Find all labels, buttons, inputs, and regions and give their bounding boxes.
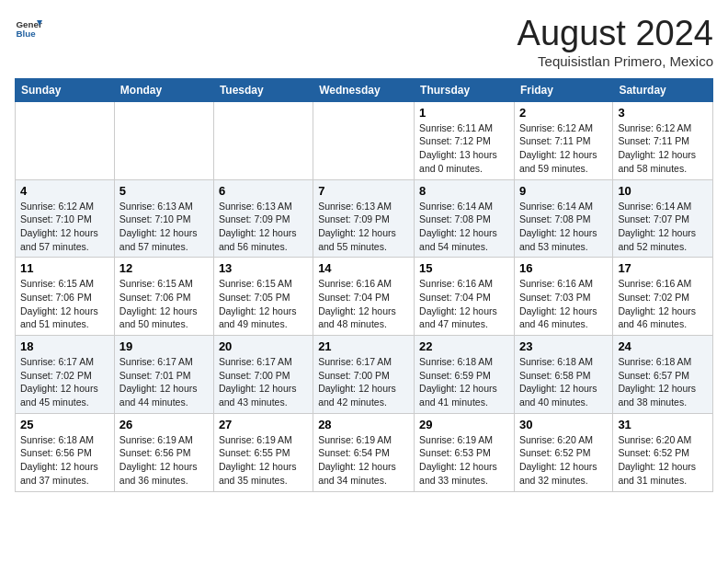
day-number: 13: [219, 261, 308, 275]
calendar-cell: 12Sunrise: 6:15 AM Sunset: 7:06 PM Dayli…: [114, 258, 213, 336]
calendar-cell: 9Sunrise: 6:14 AM Sunset: 7:08 PM Daylig…: [514, 179, 612, 258]
calendar-cell: 21Sunrise: 6:17 AM Sunset: 7:00 PM Dayli…: [313, 336, 415, 414]
day-info: Sunrise: 6:14 AM Sunset: 7:08 PM Dayligh…: [419, 200, 509, 254]
calendar-table: SundayMondayTuesdayWednesdayThursdayFrid…: [15, 78, 713, 492]
day-number: 17: [618, 261, 708, 275]
calendar-cell: 7Sunrise: 6:13 AM Sunset: 7:09 PM Daylig…: [313, 179, 415, 258]
day-number: 15: [419, 261, 509, 275]
calendar-cell: 27Sunrise: 6:19 AM Sunset: 6:55 PM Dayli…: [213, 413, 313, 491]
day-number: 20: [219, 339, 308, 353]
svg-text:Blue: Blue: [17, 29, 37, 39]
day-info: Sunrise: 6:14 AM Sunset: 7:07 PM Dayligh…: [618, 200, 708, 254]
day-info: Sunrise: 6:20 AM Sunset: 6:52 PM Dayligh…: [519, 433, 608, 488]
day-number: 4: [20, 184, 109, 198]
calendar-cell: 14Sunrise: 6:16 AM Sunset: 7:04 PM Dayli…: [313, 258, 415, 336]
calendar-cell: 31Sunrise: 6:20 AM Sunset: 6:52 PM Dayli…: [613, 413, 713, 491]
weekday-header: Thursday: [415, 78, 515, 101]
weekday-header: Wednesday: [313, 78, 415, 101]
day-number: 1: [419, 106, 509, 120]
day-info: Sunrise: 6:11 AM Sunset: 7:12 PM Dayligh…: [419, 121, 509, 176]
calendar-cell: [213, 101, 313, 179]
calendar-cell: 28Sunrise: 6:19 AM Sunset: 6:54 PM Dayli…: [313, 413, 415, 491]
day-info: Sunrise: 6:19 AM Sunset: 6:56 PM Dayligh…: [119, 433, 209, 488]
calendar-cell: 1Sunrise: 6:11 AM Sunset: 7:12 PM Daylig…: [415, 101, 515, 179]
day-info: Sunrise: 6:16 AM Sunset: 7:02 PM Dayligh…: [618, 277, 708, 331]
logo-icon: General Blue: [15, 15, 42, 42]
day-number: 16: [519, 261, 608, 275]
weekday-header: Saturday: [613, 78, 713, 101]
calendar-cell: 8Sunrise: 6:14 AM Sunset: 7:08 PM Daylig…: [415, 179, 515, 258]
day-info: Sunrise: 6:13 AM Sunset: 7:09 PM Dayligh…: [318, 200, 409, 254]
day-info: Sunrise: 6:16 AM Sunset: 7:03 PM Dayligh…: [519, 277, 608, 331]
calendar-cell: [16, 101, 115, 179]
calendar-cell: 19Sunrise: 6:17 AM Sunset: 7:01 PM Dayli…: [114, 336, 213, 414]
day-number: 26: [119, 418, 209, 431]
calendar-cell: 30Sunrise: 6:20 AM Sunset: 6:52 PM Dayli…: [514, 413, 612, 491]
day-info: Sunrise: 6:12 AM Sunset: 7:11 PM Dayligh…: [519, 121, 608, 176]
logo: General Blue: [15, 15, 42, 42]
calendar-cell: 25Sunrise: 6:18 AM Sunset: 6:56 PM Dayli…: [16, 413, 115, 491]
day-number: 14: [318, 261, 409, 275]
weekday-header-row: SundayMondayTuesdayWednesdayThursdayFrid…: [16, 78, 713, 101]
calendar-cell: 20Sunrise: 6:17 AM Sunset: 7:00 PM Dayli…: [213, 336, 313, 414]
day-number: 21: [318, 339, 409, 353]
calendar-cell: 2Sunrise: 6:12 AM Sunset: 7:11 PM Daylig…: [514, 101, 612, 179]
day-info: Sunrise: 6:19 AM Sunset: 6:53 PM Dayligh…: [419, 433, 509, 488]
day-info: Sunrise: 6:19 AM Sunset: 6:55 PM Dayligh…: [219, 433, 308, 488]
day-number: 9: [519, 184, 608, 198]
day-info: Sunrise: 6:13 AM Sunset: 7:10 PM Dayligh…: [119, 200, 209, 254]
day-info: Sunrise: 6:18 AM Sunset: 6:57 PM Dayligh…: [618, 355, 708, 409]
day-number: 8: [419, 184, 509, 198]
calendar-cell: 6Sunrise: 6:13 AM Sunset: 7:09 PM Daylig…: [213, 179, 313, 258]
day-number: 5: [119, 184, 209, 198]
day-number: 29: [419, 418, 509, 431]
calendar-cell: 17Sunrise: 6:16 AM Sunset: 7:02 PM Dayli…: [613, 258, 713, 336]
day-info: Sunrise: 6:17 AM Sunset: 7:00 PM Dayligh…: [219, 355, 308, 409]
day-number: 12: [119, 261, 209, 275]
day-number: 27: [219, 418, 308, 431]
location: Tequisistlan Primero, Mexico: [518, 53, 713, 69]
day-number: 3: [618, 106, 708, 120]
day-info: Sunrise: 6:13 AM Sunset: 7:09 PM Dayligh…: [219, 200, 308, 254]
calendar-cell: 23Sunrise: 6:18 AM Sunset: 6:58 PM Dayli…: [514, 336, 612, 414]
calendar-cell: 18Sunrise: 6:17 AM Sunset: 7:02 PM Dayli…: [16, 336, 115, 414]
day-info: Sunrise: 6:15 AM Sunset: 7:05 PM Dayligh…: [219, 277, 308, 331]
calendar-cell: 5Sunrise: 6:13 AM Sunset: 7:10 PM Daylig…: [114, 179, 213, 258]
day-number: 22: [419, 339, 509, 353]
calendar-week-row: 4Sunrise: 6:12 AM Sunset: 7:10 PM Daylig…: [16, 179, 713, 258]
calendar-week-row: 1Sunrise: 6:11 AM Sunset: 7:12 PM Daylig…: [16, 101, 713, 179]
calendar-cell: 4Sunrise: 6:12 AM Sunset: 7:10 PM Daylig…: [16, 179, 115, 258]
calendar-cell: 10Sunrise: 6:14 AM Sunset: 7:07 PM Dayli…: [613, 179, 713, 258]
day-number: 7: [318, 184, 409, 198]
calendar-week-row: 11Sunrise: 6:15 AM Sunset: 7:06 PM Dayli…: [16, 258, 713, 336]
calendar-cell: 22Sunrise: 6:18 AM Sunset: 6:59 PM Dayli…: [415, 336, 515, 414]
calendar-cell: 13Sunrise: 6:15 AM Sunset: 7:05 PM Dayli…: [213, 258, 313, 336]
header: General Blue August 2024 Tequisistlan Pr…: [15, 15, 713, 69]
day-number: 6: [219, 184, 308, 198]
day-info: Sunrise: 6:19 AM Sunset: 6:54 PM Dayligh…: [318, 433, 409, 488]
calendar-cell: [114, 101, 213, 179]
day-info: Sunrise: 6:18 AM Sunset: 6:56 PM Dayligh…: [20, 433, 109, 488]
title-area: August 2024 Tequisistlan Primero, Mexico: [518, 15, 713, 69]
day-info: Sunrise: 6:18 AM Sunset: 6:59 PM Dayligh…: [419, 355, 509, 409]
day-number: 25: [20, 418, 109, 431]
day-number: 18: [20, 339, 109, 353]
calendar-cell: 16Sunrise: 6:16 AM Sunset: 7:03 PM Dayli…: [514, 258, 612, 336]
day-number: 24: [618, 339, 708, 353]
day-info: Sunrise: 6:15 AM Sunset: 7:06 PM Dayligh…: [20, 277, 109, 331]
month-title: August 2024: [518, 15, 713, 53]
calendar-cell: 3Sunrise: 6:12 AM Sunset: 7:11 PM Daylig…: [613, 101, 713, 179]
day-info: Sunrise: 6:16 AM Sunset: 7:04 PM Dayligh…: [419, 277, 509, 331]
calendar-cell: 15Sunrise: 6:16 AM Sunset: 7:04 PM Dayli…: [415, 258, 515, 336]
day-info: Sunrise: 6:17 AM Sunset: 7:02 PM Dayligh…: [20, 355, 109, 409]
calendar-cell: 11Sunrise: 6:15 AM Sunset: 7:06 PM Dayli…: [16, 258, 115, 336]
calendar-cell: 26Sunrise: 6:19 AM Sunset: 6:56 PM Dayli…: [114, 413, 213, 491]
day-info: Sunrise: 6:16 AM Sunset: 7:04 PM Dayligh…: [318, 277, 409, 331]
weekday-header: Monday: [114, 78, 213, 101]
weekday-header: Sunday: [16, 78, 115, 101]
day-number: 11: [20, 261, 109, 275]
day-number: 28: [318, 418, 409, 431]
weekday-header: Friday: [514, 78, 612, 101]
day-number: 30: [519, 418, 608, 431]
day-info: Sunrise: 6:17 AM Sunset: 7:00 PM Dayligh…: [318, 355, 409, 409]
